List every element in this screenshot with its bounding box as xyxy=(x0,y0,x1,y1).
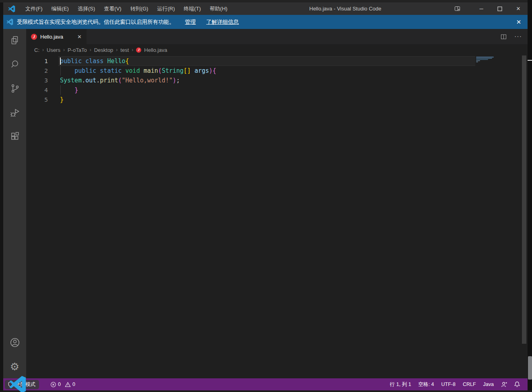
line-number: 2 xyxy=(26,66,48,76)
run-debug-icon[interactable] xyxy=(3,103,26,122)
minimap-line xyxy=(476,58,492,59)
vscode-desktop-logo-icon xyxy=(6,376,29,392)
chevron-right-icon: › xyxy=(90,47,91,53)
line-number: 4 xyxy=(26,85,48,95)
status-eol-sequence[interactable]: CRLF xyxy=(459,378,480,390)
minimize-button[interactable]: ─ xyxy=(472,2,491,15)
search-icon[interactable] xyxy=(3,55,26,74)
more-actions-icon[interactable]: ··· xyxy=(514,33,522,40)
status-encoding[interactable]: UTF-8 xyxy=(438,378,459,390)
editor-group: J Hello.java ✕ ··· C:›Users›P-oTaTo›Desk… xyxy=(26,29,528,378)
notifications-bell-icon[interactable] xyxy=(511,378,524,390)
breadcrumb-segment[interactable]: Desktop xyxy=(94,47,113,53)
breadcrumb-segment[interactable]: P-oTaTo xyxy=(68,47,87,53)
desktop-edge-right xyxy=(528,0,532,392)
breadcrumb-file[interactable]: Hello.java xyxy=(144,47,167,53)
activity-bar: ⚙ xyxy=(3,29,26,378)
code-text: } xyxy=(60,85,78,95)
breadcrumb-segment[interactable]: Users xyxy=(47,47,60,53)
status-language-mode[interactable]: Java xyxy=(480,378,497,390)
code-editor[interactable]: 1public class Hello{2 public static void… xyxy=(26,55,528,378)
window-controls: ─ ✕ xyxy=(448,2,528,15)
chevron-right-icon: › xyxy=(63,47,65,53)
minimap-line xyxy=(476,59,488,60)
menu-item-4[interactable]: 转到(G) xyxy=(126,2,153,15)
vscode-logo-icon xyxy=(6,18,13,25)
error-icon xyxy=(50,382,56,388)
vscode-logo-icon xyxy=(8,5,15,12)
code-line-5[interactable]: 5} xyxy=(26,95,528,105)
account-icon[interactable] xyxy=(3,333,26,352)
line-number: 5 xyxy=(26,95,48,105)
menu-item-0[interactable]: 文件(F) xyxy=(21,2,47,15)
desktop-edge-bottom xyxy=(0,390,532,392)
menu-item-6[interactable]: 终端(T) xyxy=(179,2,205,15)
code-line-4[interactable]: 4 } xyxy=(26,85,528,95)
code-text: public static void main(String[] args){ xyxy=(60,66,216,76)
menu-bar: 文件(F)编辑(E)选择(S)查看(V)转到(G)运行(R)终端(T)帮助(H) xyxy=(21,2,232,15)
menu-item-7[interactable]: 帮助(H) xyxy=(205,2,232,15)
layout-icon xyxy=(454,5,461,12)
code-text: public class Hello{ xyxy=(60,56,129,66)
settings-gear-icon[interactable]: ⚙ xyxy=(3,357,26,376)
chevron-right-icon: › xyxy=(42,47,44,53)
code-line-3[interactable]: 3System.out.print("Hello,world!"); xyxy=(26,76,528,85)
status-bar-right: 行 1, 列 1空格: 4UTF-8CRLFJava xyxy=(386,378,524,390)
breadcrumb: C:›Users›P-oTaTo›Desktop›test›JHello.jav… xyxy=(26,44,528,55)
close-window-button[interactable]: ✕ xyxy=(509,2,528,15)
breadcrumb-segment[interactable]: test xyxy=(120,47,129,53)
status-cursor-position[interactable]: 行 1, 列 1 xyxy=(386,378,415,390)
menu-item-1[interactable]: 编辑(E) xyxy=(47,2,73,15)
vscode-window: 文件(F)编辑(E)选择(S)查看(V)转到(G)运行(R)终端(T)帮助(H)… xyxy=(3,2,528,390)
minimap-line xyxy=(476,57,494,57)
manage-link[interactable]: 管理 xyxy=(185,18,196,26)
vertical-scrollbar[interactable] xyxy=(522,55,526,344)
split-editor-icon[interactable] xyxy=(500,33,507,40)
minimap[interactable] xyxy=(476,57,496,63)
code-text: } xyxy=(60,95,64,105)
error-count: 0 xyxy=(58,382,61,387)
menu-item-2[interactable]: 选择(S) xyxy=(73,2,99,15)
menu-item-5[interactable]: 运行(R) xyxy=(153,2,179,15)
layout-toggle-button[interactable] xyxy=(448,2,466,15)
explorer-icon[interactable] xyxy=(3,31,26,50)
problems-badge[interactable]: 0 0 xyxy=(48,378,78,390)
line-number: 1 xyxy=(26,56,48,66)
tab-close-icon[interactable]: ✕ xyxy=(76,33,83,41)
window-title: Hello.java - Visual Studio Code xyxy=(253,6,438,12)
code-lines: 1public class Hello{2 public static void… xyxy=(26,56,528,105)
warning-icon xyxy=(65,382,71,388)
desktop: 文件(F)编辑(E)选择(S)查看(V)转到(G)运行(R)终端(T)帮助(H)… xyxy=(0,0,532,392)
learn-more-link[interactable]: 了解详细信息 xyxy=(206,18,239,26)
banner-close-icon[interactable]: ✕ xyxy=(513,15,524,29)
chevron-right-icon: › xyxy=(132,47,133,53)
breadcrumb-segment[interactable]: C: xyxy=(34,47,39,53)
text-cursor xyxy=(60,57,61,65)
warning-count: 0 xyxy=(72,382,75,387)
editor-actions: ··· xyxy=(500,29,522,44)
maximize-button[interactable] xyxy=(491,2,509,15)
tab-hello-java[interactable]: J Hello.java ✕ xyxy=(26,29,87,44)
extensions-icon[interactable] xyxy=(3,127,26,146)
tab-bar: J Hello.java ✕ ··· xyxy=(26,29,528,44)
status-bar: 受限模式 0 0 行 1, 列 1空格: 4UTF-8CRLFJava xyxy=(3,378,528,390)
line-number: 3 xyxy=(26,76,48,85)
menu-item-3[interactable]: 查看(V) xyxy=(99,2,126,15)
code-line-2[interactable]: 2 public static void main(String[] args)… xyxy=(26,66,528,76)
status-indentation[interactable]: 空格: 4 xyxy=(415,378,438,390)
chevron-right-icon: › xyxy=(116,47,118,53)
code-text: System.out.print("Hello,world!"); xyxy=(60,76,180,85)
java-file-icon: J xyxy=(31,34,37,40)
minimap-line xyxy=(476,62,478,62)
restricted-mode-banner: 受限模式旨在实现安全地浏览代码。信任此窗口以启用所有功能。 管理 了解详细信息 … xyxy=(3,15,528,29)
tab-label: Hello.java xyxy=(40,34,76,40)
code-line-1[interactable]: 1public class Hello{ xyxy=(26,56,528,66)
banner-message: 受限模式旨在实现安全地浏览代码。信任此窗口以启用所有功能。 xyxy=(17,18,175,26)
source-control-icon[interactable] xyxy=(3,79,26,98)
title-bar: 文件(F)编辑(E)选择(S)查看(V)转到(G)运行(R)终端(T)帮助(H)… xyxy=(3,2,528,15)
main-area: ⚙ J Hello.java ✕ ··· xyxy=(3,29,528,378)
minimap-line xyxy=(476,60,480,61)
java-file-icon: J xyxy=(136,47,141,53)
feedback-icon[interactable] xyxy=(497,378,511,390)
